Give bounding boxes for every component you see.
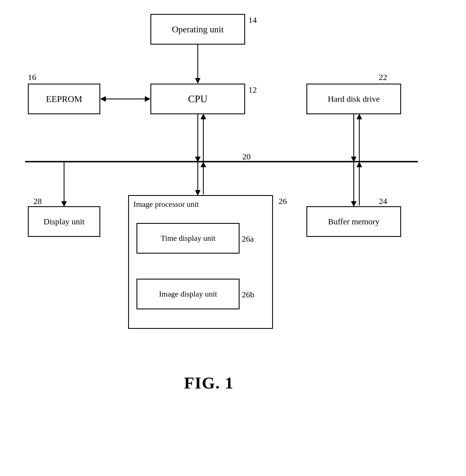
- cpu-label: CPU: [188, 93, 208, 105]
- svg-marker-8: [201, 114, 206, 119]
- svg-marker-4: [100, 96, 106, 102]
- svg-marker-1: [195, 78, 201, 84]
- display-unit-ref: 28: [33, 196, 42, 206]
- svg-marker-23: [357, 162, 362, 167]
- time-display-ref: 26a: [242, 234, 254, 244]
- svg-marker-21: [351, 201, 357, 207]
- hard-disk-box: Hard disk drive: [306, 84, 401, 114]
- hard-disk-label: Hard disk drive: [328, 94, 380, 104]
- image-display-label: Image display unit: [159, 290, 217, 298]
- eeprom-label: EEPROM: [46, 94, 82, 104]
- svg-marker-17: [351, 157, 357, 162]
- buffer-memory-label: Buffer memory: [328, 217, 379, 226]
- time-display-box: Time display unit: [136, 223, 240, 254]
- cpu-box: CPU: [150, 84, 245, 114]
- image-display-box: Image display unit: [136, 279, 240, 309]
- svg-marker-19: [357, 114, 362, 119]
- svg-marker-11: [61, 201, 67, 207]
- buffer-memory-ref: 24: [379, 196, 387, 206]
- eeprom-ref: 16: [28, 72, 36, 82]
- svg-marker-15: [201, 162, 206, 167]
- svg-marker-6: [195, 157, 201, 162]
- svg-marker-13: [195, 190, 201, 196]
- buffer-memory-box: Buffer memory: [306, 206, 401, 237]
- figure-label: FIG. 1: [153, 373, 265, 393]
- display-unit-box: Display unit: [28, 206, 100, 237]
- bus-ref: 20: [242, 152, 251, 161]
- diagram-container: Operating unit 14 CPU 12 EEPROM 16 Hard …: [0, 0, 466, 476]
- image-display-ref: 26b: [242, 290, 254, 299]
- cpu-ref: 12: [248, 85, 257, 94]
- svg-marker-3: [145, 96, 150, 102]
- operating-unit-label: Operating unit: [172, 24, 224, 35]
- operating-unit-box: Operating unit: [150, 14, 245, 45]
- operating-unit-ref: 14: [248, 15, 257, 25]
- eeprom-box: EEPROM: [28, 84, 100, 114]
- image-processor-label: Image processor unit: [133, 200, 199, 209]
- time-display-label: Time display unit: [161, 234, 216, 243]
- display-unit-label: Display unit: [43, 217, 85, 226]
- image-processor-ref: 26: [279, 196, 287, 206]
- hard-disk-ref: 22: [379, 72, 387, 82]
